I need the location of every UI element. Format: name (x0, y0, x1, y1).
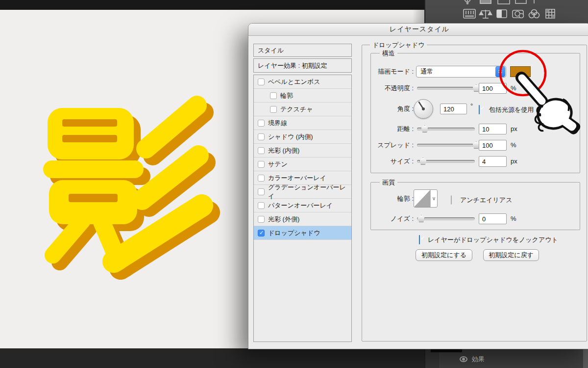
list-item-satin[interactable]: サテン (254, 158, 351, 171)
list-item-outer-glow[interactable]: 光彩 (外側) (254, 212, 351, 226)
slider-track[interactable] (417, 144, 475, 147)
list-item-texture[interactable]: テクスチャ (254, 103, 351, 116)
opacity-unit: % (511, 84, 516, 92)
size-unit: px (511, 158, 517, 165)
noise-input[interactable] (479, 213, 507, 224)
angle-input[interactable] (440, 104, 467, 114)
contour-thumbnail[interactable] (414, 190, 431, 207)
noise-unit: % (511, 215, 516, 222)
contour-picker[interactable]: v (414, 189, 438, 208)
list-item-stroke[interactable]: 境界線 (254, 116, 351, 130)
dialog-title: レイヤースタイル (390, 25, 449, 34)
checkbox-checked[interactable] (258, 230, 265, 237)
knockout-checkbox[interactable] (419, 235, 420, 244)
antialias-label: アンチエイリアス (460, 196, 512, 205)
use-global-light-checkbox[interactable] (479, 105, 480, 114)
layers-panel-tab (431, 349, 462, 352)
color-balance-scales-icon[interactable] (479, 10, 492, 18)
layer-effects-preset-row[interactable]: レイヤー効果 : 初期設定 (253, 58, 352, 73)
photo-filter-camera-icon[interactable] (513, 10, 524, 18)
checkbox[interactable] (258, 216, 265, 223)
styles-header-label: スタイル (258, 46, 284, 55)
blend-mode-label: 描画モード : (346, 67, 414, 76)
drop-shadow-group-title: ドロップシャドウ (370, 41, 427, 50)
slider-track[interactable] (417, 217, 475, 220)
blend-mode-select[interactable]: 通常 (416, 66, 506, 78)
dialog-titlebar[interactable]: レイヤースタイル (248, 24, 588, 36)
checkbox[interactable] (258, 175, 265, 182)
angle-label: 角度 : (346, 105, 414, 113)
clipped-icon-row[interactable] (465, 0, 534, 4)
spread-label: スプレッド : (346, 141, 414, 150)
app-top-bar (0, 0, 425, 10)
distance-unit: px (511, 125, 517, 132)
opacity-slider[interactable] (417, 84, 475, 92)
size-slider[interactable] (417, 158, 475, 165)
checkbox[interactable] (258, 147, 265, 154)
list-item-pattern-overlay[interactable]: パターンオーバーレイ (254, 199, 351, 212)
structure-group-title: 構造 (380, 49, 397, 58)
spread-slider[interactable] (417, 141, 475, 149)
reset-default-button[interactable]: 初期設定に戻す (483, 249, 539, 261)
slider-thumb[interactable] (417, 215, 425, 222)
contour-label: 輪郭 : (346, 194, 414, 203)
list-item-bevel-emboss[interactable]: ベベルとエンボス (254, 75, 351, 89)
shadow-color-swatch[interactable] (510, 66, 531, 77)
angle-dial-needle (414, 100, 434, 119)
angle-dial[interactable] (414, 99, 433, 119)
checkbox[interactable] (258, 133, 265, 140)
checkbox[interactable] (270, 106, 277, 113)
distance-input[interactable] (479, 124, 507, 134)
contour-dropdown-arrow-icon[interactable]: v (431, 190, 437, 207)
slider-thumb[interactable] (419, 158, 427, 165)
levels-icon[interactable] (464, 9, 475, 18)
blend-mode-value: 通常 (416, 67, 495, 76)
knockout-label: レイヤーがドロップシャドウをノックアウト (428, 236, 558, 244)
adjustments-panel-icons (425, 0, 588, 23)
effects-list: ベベルとエンボス 輪郭 テクスチャ 境界線 シャドウ (内側) 光彩 (内側) … (253, 75, 352, 342)
list-item-inner-shadow[interactable]: シャドウ (内側) (254, 130, 351, 144)
layer-style-dialog: レイヤースタイル スタイル レイヤー効果 : 初期設定 ベベルとエンボス 輪郭 … (248, 23, 588, 349)
checkbox[interactable] (258, 79, 265, 85)
styles-header[interactable]: スタイル (253, 44, 352, 57)
list-item-gradient-overlay[interactable]: グラデーションオーバーレイ (254, 185, 351, 199)
spread-unit: % (511, 141, 516, 149)
opacity-label: 不透明度 : (346, 84, 414, 93)
checkbox[interactable] (258, 161, 265, 168)
make-default-button[interactable]: 初期設定にする (416, 249, 472, 261)
effects-label: 効果 (472, 355, 485, 364)
layers-panel-scroll-edge[interactable] (583, 348, 588, 368)
adjustments-panel (424, 0, 588, 23)
use-global-light-label: 包括光源を使用 (489, 105, 534, 114)
slider-track[interactable] (417, 87, 475, 90)
distance-label: 距離 : (346, 125, 414, 133)
color-lookup-grid-icon[interactable] (546, 9, 555, 18)
antialias-checkbox[interactable] (451, 195, 452, 205)
select-stepper-icon[interactable] (495, 66, 505, 77)
checkbox[interactable] (258, 188, 265, 195)
visibility-eye-icon[interactable] (460, 356, 467, 362)
checkbox[interactable] (258, 120, 265, 127)
checkbox[interactable] (270, 92, 277, 99)
noise-slider[interactable] (417, 215, 475, 223)
size-label: サイズ : (346, 157, 414, 166)
layer-effects-row[interactable]: 効果 (460, 355, 485, 364)
noise-label: ノイズ : (346, 214, 414, 223)
checkbox[interactable] (258, 202, 265, 209)
black-white-icon[interactable] (497, 10, 507, 18)
opacity-input[interactable] (479, 83, 507, 94)
distance-slider[interactable] (417, 125, 475, 133)
channel-mixer-icon[interactable] (529, 10, 539, 18)
quality-group-title: 画質 (380, 178, 397, 187)
size-input[interactable] (479, 156, 507, 167)
angle-unit: ° (470, 102, 473, 109)
spread-input[interactable] (479, 140, 507, 151)
slider-thumb[interactable] (421, 125, 428, 132)
list-item-drop-shadow[interactable]: ドロップシャドウ (254, 226, 351, 240)
canvas-artwork-kage-glyph (29, 96, 245, 302)
list-item-contour[interactable]: 輪郭 (254, 89, 351, 103)
list-item-inner-glow[interactable]: 光彩 (内側) (254, 144, 351, 158)
layers-panel: 効果 (424, 348, 588, 368)
preset-label: レイヤー効果 : 初期設定 (258, 61, 327, 70)
